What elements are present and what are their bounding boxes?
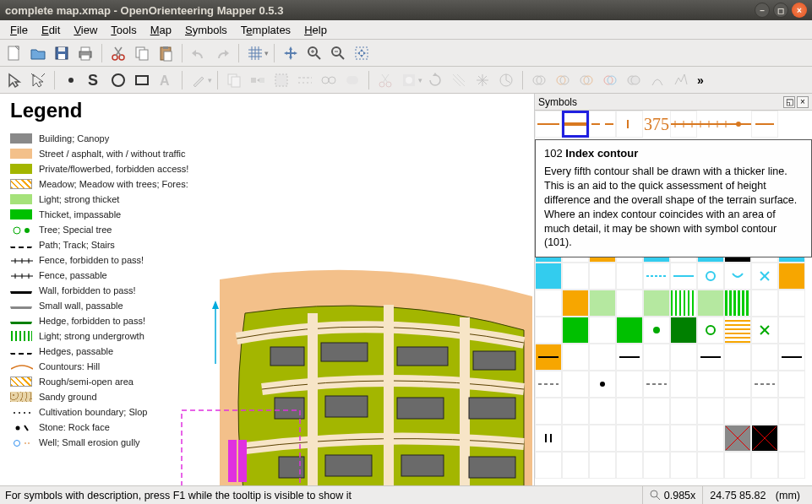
- menu-view[interactable]: View: [67, 22, 104, 38]
- symbol-cell[interactable]: [643, 344, 670, 371]
- symbol-cell[interactable]: [751, 452, 778, 479]
- copy-button[interactable]: [131, 42, 153, 64]
- symbol-cell[interactable]: [643, 290, 670, 317]
- save-button[interactable]: [51, 42, 73, 64]
- symbol-cell[interactable]: [643, 263, 670, 290]
- symbol-cell[interactable]: [697, 236, 724, 263]
- measure-button[interactable]: [495, 69, 517, 91]
- symbol-cell[interactable]: [616, 290, 643, 317]
- zoom-in-button[interactable]: [303, 42, 325, 64]
- symbol-cell[interactable]: [643, 398, 670, 425]
- symbol-cell[interactable]: [535, 263, 562, 290]
- symbol-cell[interactable]: [751, 317, 778, 344]
- symbol-cell[interactable]: [670, 236, 697, 263]
- draw-point-button[interactable]: [60, 69, 82, 91]
- symbol-cell[interactable]: [589, 344, 616, 371]
- symbol-cell[interactable]: [616, 344, 643, 371]
- symbol-cell[interactable]: [535, 371, 562, 398]
- symbol-cell[interactable]: [751, 344, 778, 371]
- symbol-cell[interactable]: [697, 317, 724, 344]
- menu-help[interactable]: Help: [297, 22, 334, 38]
- symbol-cell[interactable]: [724, 317, 751, 344]
- duplicate-button[interactable]: [223, 69, 245, 91]
- draw-path-button[interactable]: S: [84, 69, 106, 91]
- zoom-out-button[interactable]: [327, 42, 349, 64]
- symbol-cell[interactable]: [535, 317, 562, 344]
- symbol-cell[interactable]: [589, 263, 616, 290]
- symbol-cell[interactable]: [697, 452, 724, 479]
- symbol-cell[interactable]: [616, 371, 643, 398]
- symbol-cell[interactable]: [589, 371, 616, 398]
- symbol-cell[interactable]: [562, 371, 589, 398]
- symbol-cell[interactable]: [670, 425, 697, 452]
- symbol-cell[interactable]: [778, 344, 805, 371]
- bool-union-button[interactable]: [528, 69, 550, 91]
- map-canvas[interactable]: Legend Building; CanopyStreet / asphalt,…: [0, 94, 535, 485]
- symbol-cell[interactable]: [697, 290, 724, 317]
- symbols-close-button[interactable]: ×: [797, 96, 809, 108]
- symbols-undock-button[interactable]: ◱: [783, 96, 795, 108]
- symbol-cell[interactable]: [643, 452, 670, 479]
- symbol-cell[interactable]: [751, 371, 778, 398]
- symbol-cell[interactable]: [670, 398, 697, 425]
- menu-tools[interactable]: Tools: [104, 22, 143, 38]
- bool-xor-button[interactable]: [599, 69, 621, 91]
- symbol-cell[interactable]: [535, 398, 562, 425]
- symbol-cell[interactable]: [751, 236, 778, 263]
- symbol-cell[interactable]: [724, 398, 751, 425]
- bool-merge-button[interactable]: [623, 69, 645, 91]
- convert-curves-button[interactable]: [646, 69, 668, 91]
- edit-line-tool-button[interactable]: [27, 69, 49, 91]
- symbol-cell[interactable]: [535, 452, 562, 479]
- symbol-cell[interactable]: [724, 236, 751, 263]
- symbol-cell[interactable]: [589, 290, 616, 317]
- symbol-cell[interactable]: [670, 263, 697, 290]
- symbol-cell[interactable]: [670, 344, 697, 371]
- symbol-cell[interactable]: [697, 425, 724, 452]
- menu-map[interactable]: Map: [144, 22, 178, 38]
- symbol-cell[interactable]: [670, 452, 697, 479]
- symbol-cell[interactable]: [562, 317, 589, 344]
- symbol-cell[interactable]: [616, 317, 643, 344]
- symbol-cell[interactable]: [724, 263, 751, 290]
- cut-button[interactable]: [107, 42, 129, 64]
- symbol-cell[interactable]: [670, 290, 697, 317]
- symbol-cell[interactable]: [535, 236, 562, 263]
- menu-edit[interactable]: Edit: [35, 22, 67, 38]
- draw-rect-button[interactable]: [131, 69, 153, 91]
- redo-button[interactable]: [211, 42, 233, 64]
- rotate-pattern-button[interactable]: [448, 69, 470, 91]
- bool-diff-button[interactable]: [575, 69, 597, 91]
- open-button[interactable]: [27, 42, 49, 64]
- symbol-cell[interactable]: [589, 317, 616, 344]
- symbol-cell[interactable]: [562, 452, 589, 479]
- edit-tool-button[interactable]: [3, 69, 25, 91]
- symbol-cell[interactable]: [589, 425, 616, 452]
- symbols-body[interactable]: 375 102 Index contour Every fifth contou…: [535, 111, 812, 485]
- grid-button[interactable]: [244, 42, 266, 64]
- bool-intersect-button[interactable]: [552, 69, 574, 91]
- symbol-cell[interactable]: [724, 452, 751, 479]
- switch-symbol-button[interactable]: [247, 69, 269, 91]
- symbol-cell[interactable]: [643, 317, 670, 344]
- scale-button[interactable]: [471, 69, 493, 91]
- cut-hole-button[interactable]: [398, 69, 420, 91]
- symbol-cell[interactable]: [589, 398, 616, 425]
- symbol-cell[interactable]: [778, 425, 805, 452]
- symbol-cell[interactable]: [697, 263, 724, 290]
- symbol-cell[interactable]: [589, 236, 616, 263]
- symbol-selected[interactable]: [562, 111, 589, 138]
- symbol-cell[interactable]: [643, 425, 670, 452]
- symbol-cell[interactable]: [778, 236, 805, 263]
- symbol-cell[interactable]: [670, 371, 697, 398]
- close-button[interactable]: ×: [792, 3, 807, 18]
- symbol-cell[interactable]: [778, 290, 805, 317]
- symbol-cell[interactable]: [616, 425, 643, 452]
- symbol-cell[interactable]: [751, 290, 778, 317]
- symbol-cell[interactable]: [616, 398, 643, 425]
- symbol-cell[interactable]: [535, 290, 562, 317]
- symbol-cell[interactable]: [643, 236, 670, 263]
- symbol-cell[interactable]: [724, 290, 751, 317]
- symbol-cell[interactable]: [751, 263, 778, 290]
- minimize-button[interactable]: –: [755, 3, 770, 18]
